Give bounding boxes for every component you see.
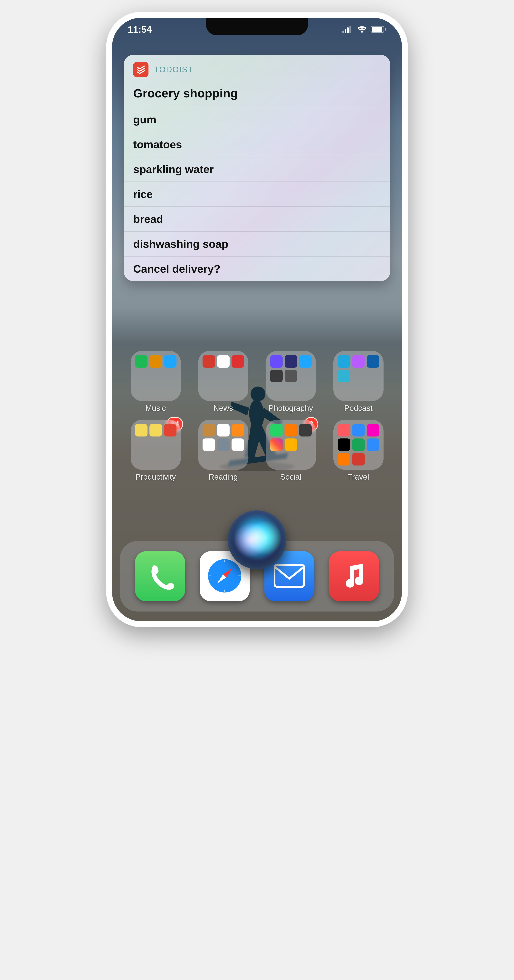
phone-icon (146, 562, 174, 590)
folder-label: Photography (268, 404, 313, 412)
list-item[interactable]: bread (124, 207, 390, 231)
siri-result-card[interactable]: TODOIST Grocery shopping gum tomatoes sp… (124, 55, 390, 281)
folder-productivity[interactable]: 24 Productivity (126, 420, 186, 481)
folder-photography[interactable]: Photography (261, 351, 320, 412)
device-notch (206, 18, 308, 35)
wifi-icon (357, 25, 367, 33)
folder-label: Podcast (344, 404, 373, 412)
folder-news[interactable]: News (194, 351, 253, 412)
mail-icon (274, 564, 305, 589)
cellular-bars-icon (343, 26, 353, 33)
folder-reading[interactable]: Reading (194, 420, 253, 481)
list-item[interactable]: gum (124, 107, 390, 132)
music-note-icon (340, 562, 368, 590)
svg-rect-6 (385, 28, 386, 30)
folder-music[interactable]: Music (126, 351, 186, 412)
folder-label: Music (145, 404, 166, 412)
svg-rect-5 (372, 27, 382, 32)
list-item[interactable]: Cancel delivery? (124, 256, 390, 281)
folder-label: Reading (209, 473, 238, 481)
folder-label: Productivity (135, 473, 176, 481)
card-app-name: TODOIST (154, 65, 193, 74)
svg-rect-3 (349, 26, 351, 33)
svg-rect-2 (347, 27, 349, 33)
battery-icon (371, 26, 386, 33)
list-item[interactable]: rice (124, 181, 390, 207)
card-list: gum tomatoes sparkling water rice bread … (124, 107, 390, 281)
status-time: 11:54 (128, 24, 152, 35)
card-title: Grocery shopping (124, 81, 390, 107)
list-item[interactable]: sparkling water (124, 157, 390, 181)
folder-label: News (213, 404, 233, 412)
folder-label: Social (280, 473, 301, 481)
svg-rect-17 (274, 565, 304, 587)
svg-rect-1 (345, 29, 346, 33)
folder-social[interactable]: 2 Social (261, 420, 320, 481)
list-item[interactable]: tomatoes (124, 132, 390, 157)
folder-travel[interactable]: Travel (328, 420, 388, 481)
dock-app-music[interactable] (329, 551, 379, 601)
todoist-icon (133, 62, 149, 77)
folder-label: Travel (348, 473, 369, 481)
svg-rect-0 (343, 30, 344, 33)
list-item[interactable]: dishwashing soap (124, 231, 390, 256)
phone-frame: 11:54 (106, 12, 408, 627)
dock-app-phone[interactable] (135, 551, 185, 601)
card-header: TODOIST (124, 55, 390, 81)
home-app-grid: Music News Photography (112, 351, 402, 481)
folder-podcast[interactable]: Podcast (328, 351, 388, 412)
siri-orb-icon[interactable] (228, 511, 286, 569)
